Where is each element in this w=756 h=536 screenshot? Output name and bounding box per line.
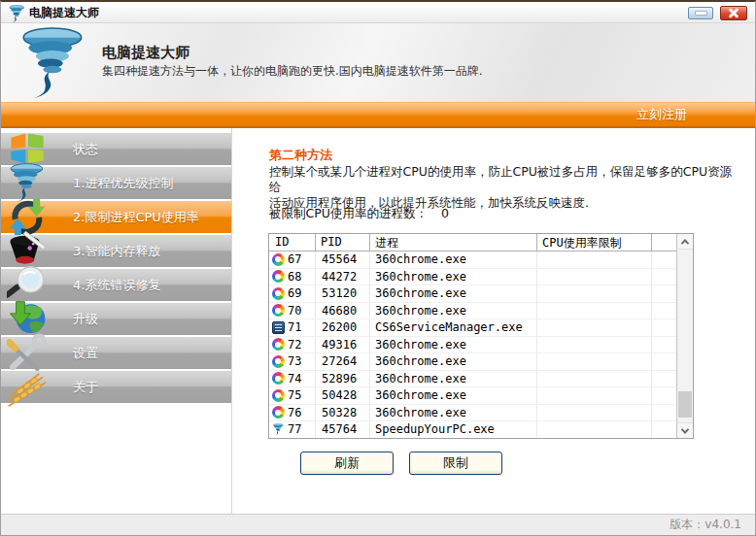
window-title: 电脑提速大师 xyxy=(29,5,681,21)
cell-cpu-limit xyxy=(537,285,652,302)
cell-pid: 26200 xyxy=(316,319,370,336)
header-subtitle: 集四种提速方法与一体，让你的电脑跑的更快.国内电脑提速软件第一品牌. xyxy=(102,63,483,80)
process-table: ID PID 进程 CPU使用率限制 67 45564 360chrome.ex… xyxy=(268,233,694,439)
table-row[interactable]: 76 50328 360chrome.exe xyxy=(269,405,676,422)
chrome-wheel-icon xyxy=(271,406,285,419)
section-title: 第二种方法 xyxy=(269,147,332,164)
app-tornado-icon xyxy=(9,5,25,21)
sidebar-item-2[interactable]: 1.进程优先级控制 xyxy=(1,167,231,199)
scroll-thumb[interactable] xyxy=(678,391,692,418)
cell-filler xyxy=(652,303,676,319)
cell-cpu-limit xyxy=(537,269,652,285)
status-bar: 版本：v4.0.1 xyxy=(1,514,755,535)
cell-pid: 53120 xyxy=(316,285,370,302)
cell-pid: 45564 xyxy=(316,251,370,268)
description-line1: 控制某个或某几个进程对CPU的使用率，防止CPU被过多占用，保留足够多的CPU资… xyxy=(269,164,741,195)
cell-cpu-limit xyxy=(537,337,652,353)
sidebar-item-3[interactable]: 2.限制进程CPU使用率 xyxy=(1,201,231,233)
cell-id: 73 xyxy=(269,353,316,370)
cell-process: 360chrome.exe xyxy=(370,251,537,268)
table-scrollbar[interactable] xyxy=(676,234,693,438)
table-row[interactable]: 72 49316 360chrome.exe xyxy=(269,337,676,354)
cell-cpu-limit xyxy=(537,319,652,336)
cell-process: SpeedupYourPC.exe xyxy=(370,421,537,438)
cell-cpu-limit xyxy=(537,353,652,370)
cell-filler xyxy=(652,353,676,370)
table-row[interactable]: 67 45564 360chrome.exe xyxy=(269,251,676,269)
cell-id: 68 xyxy=(269,269,316,285)
chrome-wheel-icon xyxy=(271,372,285,385)
scroll-up-arrow[interactable] xyxy=(677,234,693,250)
cell-id: 77 xyxy=(269,421,316,438)
minimize-button[interactable] xyxy=(688,7,713,19)
chevron-down-icon xyxy=(681,425,689,433)
table-row[interactable]: 68 44272 360chrome.exe xyxy=(269,269,676,286)
sidebar-item-1[interactable]: 状态 xyxy=(1,133,231,165)
cell-process: 360chrome.exe xyxy=(370,337,537,353)
column-header-cpu-limit[interactable]: CPU使用率限制 xyxy=(537,234,652,251)
chrome-wheel-icon xyxy=(271,388,285,402)
cell-filler xyxy=(652,285,676,302)
limited-count-row: 被限制CPU使用率的进程数：0 xyxy=(269,206,449,222)
refresh-button[interactable]: 刷新 xyxy=(300,452,394,475)
table-row[interactable]: 77 45764 SpeedupYourPC.exe xyxy=(269,421,676,438)
table-row[interactable]: 70 46680 360chrome.exe xyxy=(269,303,676,320)
sidebar-item-4[interactable]: 3.智能内存释放 xyxy=(1,235,231,267)
close-button[interactable] xyxy=(720,6,747,20)
cell-process: CS6ServiceManager.exe xyxy=(370,319,537,336)
sidebar-item-8[interactable]: 关于 xyxy=(1,371,231,403)
cell-id: 70 xyxy=(269,303,316,319)
cell-filler xyxy=(652,421,676,438)
column-header-pid[interactable]: PID xyxy=(316,234,370,251)
wheat-icon xyxy=(7,367,48,408)
cell-cpu-limit xyxy=(537,421,652,438)
cell-pid: 27264 xyxy=(316,353,370,370)
cell-cpu-limit xyxy=(537,405,652,421)
cell-cpu-limit xyxy=(537,303,652,319)
title-bar: 电脑提速大师 xyxy=(1,4,755,23)
cell-process: 360chrome.exe xyxy=(370,353,537,370)
tornado-small-icon xyxy=(271,422,285,436)
register-now-link[interactable]: 立刻注册 xyxy=(636,106,755,123)
table-row[interactable]: 71 26200 CS6ServiceManager.exe xyxy=(269,319,676,337)
sidebar-item-7[interactable]: 设置 xyxy=(1,337,231,369)
cell-pid: 46680 xyxy=(316,303,370,319)
cell-filler xyxy=(652,337,676,353)
cell-pid: 45764 xyxy=(316,421,370,438)
cell-filler xyxy=(652,269,676,285)
sidebar-item-label: 3.智能内存释放 xyxy=(73,243,160,260)
sidebar-item-5[interactable]: 4.系统错误修复 xyxy=(1,269,231,301)
chrome-wheel-icon xyxy=(271,252,285,266)
limited-count-value: 0 xyxy=(441,206,449,220)
column-header-process[interactable]: 进程 xyxy=(370,234,537,251)
header-title: 电脑提速大师 xyxy=(102,44,189,62)
cell-id: 67 xyxy=(269,251,316,268)
table-row[interactable]: 74 52896 360chrome.exe xyxy=(269,371,676,388)
sidebar-item-label: 2.限制进程CPU使用率 xyxy=(73,209,199,226)
table-row[interactable]: 73 27264 360chrome.exe xyxy=(269,353,676,371)
chrome-wheel-icon xyxy=(271,270,285,284)
cell-process: 360chrome.exe xyxy=(370,405,537,421)
version-label: 版本：v4.0.1 xyxy=(670,517,741,533)
cell-cpu-limit xyxy=(537,371,652,387)
cell-filler xyxy=(652,405,676,421)
cell-process: 360chrome.exe xyxy=(370,285,537,302)
chrome-wheel-icon xyxy=(271,286,285,300)
app-logo-tornado xyxy=(20,27,86,103)
chevron-up-icon xyxy=(681,239,689,247)
table-row[interactable]: 69 53120 360chrome.exe xyxy=(269,285,676,303)
section-description: 控制某个或某几个进程对CPU的使用率，防止CPU被过多占用，保留足够多的CPU资… xyxy=(269,164,741,211)
table-row[interactable]: 75 50428 360chrome.exe xyxy=(269,387,676,405)
column-header-id[interactable]: ID xyxy=(269,234,316,251)
limit-button[interactable]: 限制 xyxy=(409,452,502,475)
cell-id: 74 xyxy=(269,371,316,387)
scroll-down-arrow[interactable] xyxy=(677,422,693,438)
table-header: ID PID 进程 CPU使用率限制 xyxy=(269,234,676,251)
cell-pid: 50428 xyxy=(316,387,370,404)
cell-filler xyxy=(652,387,676,404)
cell-filler xyxy=(652,319,676,336)
cell-id: 69 xyxy=(269,285,316,302)
cell-filler xyxy=(652,251,676,268)
sidebar-item-label: 4.系统错误修复 xyxy=(73,277,160,294)
sidebar-item-6[interactable]: 升级 xyxy=(1,303,231,335)
